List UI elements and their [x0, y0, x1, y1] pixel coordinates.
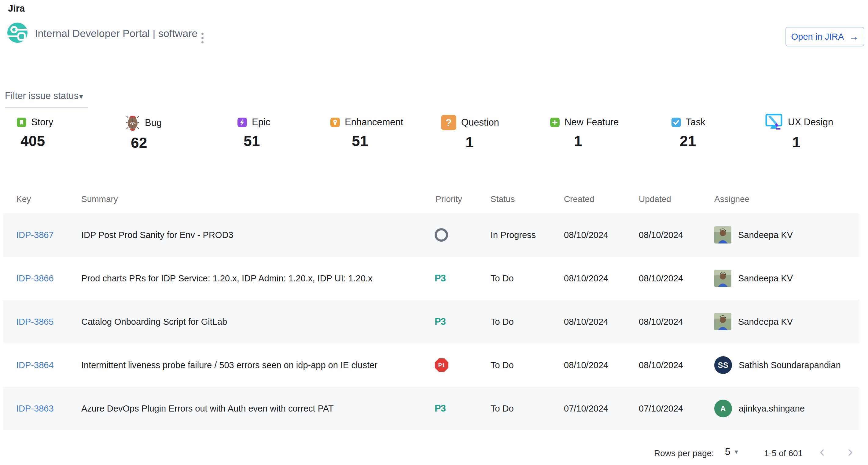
assignee-name: ajinkya.shingane	[739, 404, 805, 414]
issue-created: 08/10/2024	[564, 257, 608, 300]
counter-question: ? Question 1	[441, 115, 499, 151]
counter-story: Story 405	[17, 117, 53, 150]
table-row: IDP-3863 Azure DevOps Plugin Errors out …	[3, 387, 860, 430]
assignee-name: Sathish Soundarapandian	[739, 360, 841, 370]
svg-text:?: ?	[445, 117, 452, 128]
question-icon: ?	[441, 115, 456, 130]
avatar: A	[714, 400, 732, 417]
counter-bug: </> Bug 62	[125, 115, 162, 151]
issue-summary: Azure DevOps Plugin Errors out with Auth…	[81, 387, 334, 430]
svg-text:P1: P1	[438, 362, 445, 368]
issue-key-link[interactable]: IDP-3864	[16, 360, 54, 370]
counter-count: 1	[574, 133, 619, 150]
bug-icon: </>	[125, 115, 140, 131]
next-page-button[interactable]: ›	[841, 442, 860, 460]
issue-key-link[interactable]: IDP-3867	[16, 230, 54, 240]
issue-updated: 07/10/2024	[639, 387, 683, 430]
counter-label: Bug	[145, 117, 162, 128]
column-header-priority: Priority	[436, 194, 462, 204]
jira-plugin-page: Jira Internal Developer Portal | softwar…	[0, 0, 868, 465]
chevron-down-icon: ▾	[735, 448, 738, 456]
avatar	[714, 313, 732, 330]
counter-label: Question	[461, 117, 499, 128]
chevron-down-icon: ▾	[79, 92, 83, 101]
table-row: IDP-3867 IDP Post Prod Sanity for Env - …	[3, 213, 860, 257]
column-header-updated: Updated	[639, 194, 671, 204]
column-header-created: Created	[564, 194, 594, 204]
kebab-menu-icon[interactable]	[196, 31, 209, 45]
issue-updated: 08/10/2024	[639, 213, 683, 257]
counter-ux-design: UX Design 1	[765, 114, 833, 151]
avatar: SS	[714, 356, 732, 374]
arrow-right-icon: →	[849, 32, 859, 41]
previous-page-button[interactable]: ‹	[813, 442, 831, 460]
counter-label: Epic	[252, 117, 270, 128]
issue-summary: Prod charts PRs for IDP Service: 1.20.x,…	[81, 257, 373, 300]
entity-logo-icon	[7, 23, 28, 43]
counter-count: 51	[244, 133, 270, 150]
counter-new-feature: New Feature 1	[550, 117, 619, 150]
column-header-key: Key	[16, 194, 31, 204]
counter-count: 1	[465, 134, 499, 151]
issue-created: 08/10/2024	[564, 300, 608, 343]
counter-label: UX Design	[788, 117, 833, 128]
issue-key-link[interactable]: IDP-3865	[16, 317, 54, 327]
avatar	[714, 270, 732, 287]
epic-icon	[238, 118, 247, 127]
counter-count: 51	[352, 133, 403, 150]
issue-summary: Intermittent liveness probe failure / 50…	[81, 343, 377, 387]
svg-text:</>: </>	[130, 121, 136, 126]
open-in-jira-button[interactable]: Open in JIRA →	[785, 27, 864, 46]
assignee-name: Sandeepa KV	[738, 230, 793, 240]
priority-none-icon	[435, 228, 448, 242]
assignee-name: Sandeepa KV	[738, 273, 793, 284]
issue-updated: 08/10/2024	[639, 300, 683, 343]
issue-status: In Progress	[491, 213, 536, 257]
story-icon	[17, 118, 26, 127]
issue-status: To Do	[491, 343, 514, 387]
priority-p3-icon: P3	[435, 403, 445, 414]
task-icon	[672, 118, 681, 127]
filter-issue-status-dropdown[interactable]: Filter issue status▾	[5, 91, 88, 101]
filter-underline	[5, 107, 88, 108]
assignee-name: Sandeepa KV	[738, 317, 793, 327]
counter-label: New Feature	[564, 117, 619, 128]
pagination-range: 1-5 of 601	[764, 449, 803, 458]
ux-design-icon	[765, 114, 783, 131]
issue-status: To Do	[491, 387, 514, 430]
issue-created: 07/10/2024	[564, 387, 608, 430]
rows-per-page-value: 5	[725, 446, 731, 457]
issue-status: To Do	[491, 257, 514, 300]
column-header-summary: Summary	[81, 194, 118, 204]
counter-epic: Epic 51	[238, 117, 270, 150]
filter-label: Filter issue status	[5, 91, 79, 101]
issue-status: To Do	[491, 300, 514, 343]
counter-count: 21	[680, 133, 705, 150]
open-in-jira-label: Open in JIRA	[791, 32, 844, 42]
issue-created: 08/10/2024	[564, 213, 608, 257]
counter-count: 1	[792, 134, 833, 151]
counter-label: Story	[31, 117, 53, 128]
table-row: IDP-3865 Catalog Onboarding Script for G…	[3, 300, 860, 343]
issue-updated: 08/10/2024	[639, 257, 683, 300]
page-title: Jira	[8, 3, 25, 14]
issue-created: 08/10/2024	[564, 343, 608, 387]
counter-count: 405	[21, 133, 53, 150]
issue-updated: 08/10/2024	[639, 343, 683, 387]
column-header-assignee: Assignee	[714, 194, 749, 204]
counter-count: 62	[131, 134, 162, 151]
rows-per-page-select[interactable]: 5 ▾	[725, 446, 738, 457]
counter-label: Task	[686, 117, 705, 128]
priority-p3-icon: P3	[435, 273, 445, 284]
issue-key-link[interactable]: IDP-3866	[16, 273, 54, 284]
enhancement-icon	[331, 118, 340, 127]
new-feature-icon	[550, 118, 560, 127]
priority-p3-icon: P3	[435, 316, 445, 327]
column-header-status: Status	[491, 194, 515, 204]
issue-summary: Catalog Onboarding Script for GitLab	[81, 300, 227, 343]
table-row: IDP-3866 Prod charts PRs for IDP Service…	[3, 257, 860, 300]
counter-label: Enhancement	[345, 117, 403, 128]
entity-title[interactable]: Internal Developer Portal | software	[35, 28, 197, 39]
table-row: IDP-3864 Intermittent liveness probe fai…	[3, 343, 860, 387]
issue-key-link[interactable]: IDP-3863	[16, 404, 54, 414]
